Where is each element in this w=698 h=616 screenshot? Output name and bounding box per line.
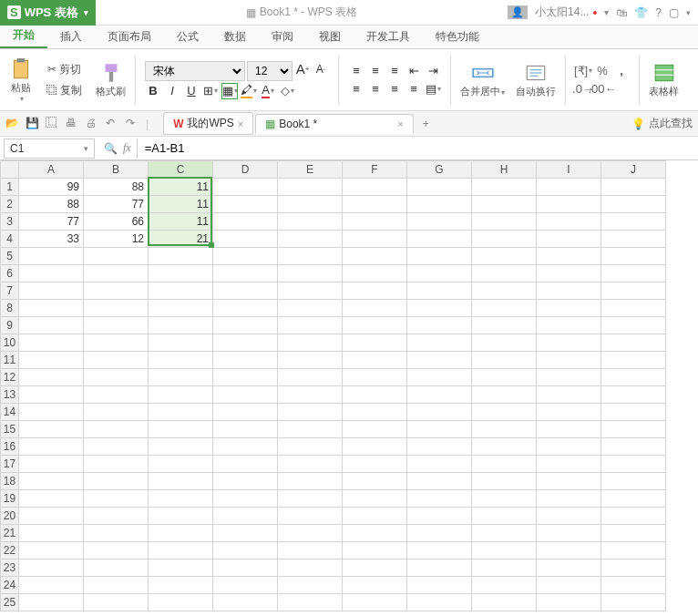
menu-tab-6[interactable]: 视图 [306,26,354,48]
col-header-E[interactable]: E [278,161,343,179]
cell-D23[interactable] [213,560,278,577]
cell-D11[interactable] [213,352,278,369]
align-right-button[interactable]: ≡ [386,81,403,98]
font-size-select[interactable]: 12 [247,61,293,81]
decrease-font-button[interactable]: A- [313,61,329,77]
cell-A13[interactable] [19,386,84,404]
cell-F17[interactable] [343,456,407,473]
save-icon[interactable]: 💾 [26,117,40,131]
menu-tab-1[interactable]: 插入 [47,26,95,48]
align-bottom-button[interactable]: ≡ [386,63,403,79]
cell-A4[interactable]: 33 [19,231,84,248]
cell-C3[interactable]: 11 [149,213,213,231]
col-header-A[interactable]: A [19,161,84,179]
row-header-20[interactable]: 20 [1,508,19,525]
print-direct-icon[interactable]: 🖨 [86,117,100,131]
row-header-10[interactable]: 10 [1,334,19,352]
format-painter-button[interactable]: 格式刷 [92,59,129,100]
align-center-button[interactable]: ≡ [367,81,384,98]
menu-tab-3[interactable]: 公式 [164,26,211,48]
cell-C8[interactable] [149,300,213,317]
cell-J12[interactable] [601,369,666,386]
cell-A16[interactable] [19,438,84,456]
cell-J17[interactable] [601,456,666,473]
indent-left-button[interactable]: ⇤ [405,63,422,79]
cell-B12[interactable] [84,369,149,386]
cell-A7[interactable] [19,282,84,300]
cell-A19[interactable] [19,490,84,508]
cell-J25[interactable] [601,594,666,611]
row-header-16[interactable]: 16 [1,438,19,456]
cell-J9[interactable] [601,317,666,334]
cell-F16[interactable] [343,438,407,456]
cell-C23[interactable] [149,560,213,577]
cell-E4[interactable] [278,231,343,248]
fx-icon[interactable]: fx [123,141,131,155]
cell-A23[interactable] [19,560,84,577]
cell-E2[interactable] [278,196,343,213]
cell-A12[interactable] [19,369,84,386]
shirt-icon[interactable]: 👕 [634,6,648,19]
cell-C22[interactable] [149,542,213,560]
cell-F4[interactable] [343,231,407,248]
cell-E18[interactable] [278,473,343,490]
dropdown-icon[interactable]: ▾ [686,8,691,17]
cell-G14[interactable] [407,404,472,421]
cell-J8[interactable] [601,300,666,317]
cell-F23[interactable] [343,560,407,577]
cell-B4[interactable]: 12 [84,231,149,248]
cell-I19[interactable] [537,490,601,508]
cell-C2[interactable]: 11 [149,196,213,213]
cell-I4[interactable] [537,231,601,248]
cell-J7[interactable] [601,282,666,300]
cell-D15[interactable] [213,421,278,438]
col-header-F[interactable]: F [343,161,407,179]
cell-F22[interactable] [343,542,407,560]
cell-C10[interactable] [149,334,213,352]
cell-A5[interactable] [19,248,84,265]
indent-right-button[interactable]: ⇥ [425,63,441,79]
heart-icon[interactable]: ▾ [604,7,609,17]
print-preview-icon[interactable]: ⿺ [46,117,60,131]
cell-F20[interactable] [343,508,407,525]
orientation-button[interactable]: ▤▾ [425,81,441,98]
user-name[interactable]: 小太阳14... [535,5,589,20]
cell-C18[interactable] [149,473,213,490]
cell-J24[interactable] [601,577,666,594]
cell-E25[interactable] [278,594,343,611]
cell-G16[interactable] [407,438,472,456]
cell-C19[interactable] [149,490,213,508]
cell-B11[interactable] [84,352,149,369]
cell-D16[interactable] [213,438,278,456]
cell-F19[interactable] [343,490,407,508]
decrease-decimal-button[interactable]: .00← [594,81,611,98]
percent-button[interactable]: % [594,63,611,79]
menu-tab-2[interactable]: 页面布局 [95,26,164,48]
tab-close-icon[interactable]: × [397,118,403,129]
cell-H15[interactable] [472,421,537,438]
avatar[interactable]: 👤 [508,5,528,19]
cell-J14[interactable] [601,404,666,421]
cell-J16[interactable] [601,438,666,456]
cell-B5[interactable] [84,248,149,265]
row-header-14[interactable]: 14 [1,404,19,421]
print-icon[interactable]: 🖶 [66,117,80,131]
cell-D17[interactable] [213,456,278,473]
cell-B10[interactable] [84,334,149,352]
cell-H12[interactable] [472,369,537,386]
cell-C7[interactable] [149,282,213,300]
cell-G23[interactable] [407,560,472,577]
spreadsheet-grid[interactable]: ABCDEFGHIJ199881128877113776611433122156… [0,160,698,611]
cell-A18[interactable] [19,473,84,490]
cell-H6[interactable] [472,265,537,282]
cell-C15[interactable] [149,421,213,438]
cell-G4[interactable] [407,231,472,248]
cell-J18[interactable] [601,473,666,490]
merge-center-button[interactable]: 合并居中▾ [457,59,508,100]
cell-G9[interactable] [407,317,472,334]
cell-F6[interactable] [343,265,407,282]
font-name-select[interactable]: 宋体 [145,61,245,81]
row-header-23[interactable]: 23 [1,560,19,577]
cell-J15[interactable] [601,421,666,438]
row-header-24[interactable]: 24 [1,577,19,594]
